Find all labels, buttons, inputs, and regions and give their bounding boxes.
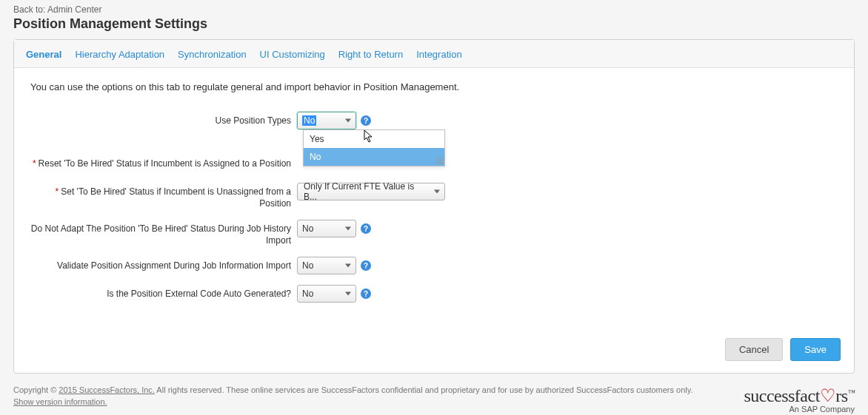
button-bar: Cancel Save (14, 329, 854, 373)
help-icon[interactable]: ? (361, 115, 371, 126)
save-button[interactable]: Save (790, 338, 841, 361)
chevron-down-icon (345, 264, 351, 268)
tab-content: You can use the options on this tab to r… (14, 68, 854, 329)
tab-integration[interactable]: Integration (415, 46, 463, 67)
help-icon[interactable]: ? (361, 223, 371, 234)
tab-right-to-return[interactable]: Right to Return (337, 46, 404, 67)
intro-text: You can use the options on this tab to r… (30, 81, 838, 92)
row-validate-assign: Validate Position Assignment During Job … (30, 257, 838, 274)
help-icon[interactable]: ? (361, 260, 371, 271)
chevron-down-icon (345, 119, 351, 123)
select-use-position-types[interactable]: No (297, 112, 356, 129)
brand-logo: successfact♡rs™ An SAP Company (744, 385, 855, 414)
label-set-tbh: *Set 'To Be Hired' Status if Incumbent i… (30, 183, 297, 209)
copyright-text: Copyright © 2015 SuccessFactors, Inc. Al… (13, 385, 692, 394)
dropdown-use-position-types: Yes No (303, 129, 445, 166)
tab-bar: General Hierarchy Adaptation Synchroniza… (14, 40, 854, 68)
tab-synchronization[interactable]: Synchronization (176, 46, 248, 67)
label-use-position-types: Use Position Types (30, 112, 297, 126)
footer: Copyright © 2015 SuccessFactors, Inc. Al… (0, 374, 868, 414)
select-do-not-adapt[interactable]: No (297, 220, 356, 237)
label-do-not-adapt: Do Not Adapt The Position 'To Be Hired' … (30, 220, 297, 246)
select-set-tbh[interactable]: Only If Current FTE Value is B... (297, 183, 445, 200)
row-set-tbh: *Set 'To Be Hired' Status if Incumbent i… (30, 183, 838, 209)
copyright-link[interactable]: 2015 SuccessFactors, Inc. (59, 385, 155, 394)
show-version-link[interactable]: Show version information. (13, 397, 107, 406)
option-yes[interactable]: Yes (304, 130, 444, 148)
cancel-button[interactable]: Cancel (725, 338, 783, 361)
select-auto-generated[interactable]: No (297, 285, 356, 303)
page-title: Position Management Settings (13, 16, 855, 32)
chevron-down-icon (345, 227, 351, 231)
row-do-not-adapt: Do Not Adapt The Position 'To Be Hired' … (30, 220, 838, 246)
chevron-down-icon (434, 190, 440, 194)
chevron-down-icon (345, 292, 351, 296)
back-link[interactable]: Back to: Admin Center (13, 4, 855, 15)
settings-panel: General Hierarchy Adaptation Synchroniza… (13, 39, 855, 374)
option-no[interactable]: No (304, 148, 444, 166)
resize-handle-icon[interactable] (435, 157, 443, 164)
help-icon[interactable]: ? (361, 289, 371, 299)
select-validate-assign[interactable]: No (297, 257, 356, 274)
row-auto-generated: Is the Position External Code Auto Gener… (30, 285, 838, 303)
tab-ui-customizing[interactable]: UI Customizing (258, 46, 327, 67)
row-use-position-types: Use Position Types No ? Yes No (30, 112, 838, 129)
label-validate-assign: Validate Position Assignment During Job … (30, 257, 297, 271)
tab-general[interactable]: General (24, 46, 63, 67)
tab-hierarchy-adaptation[interactable]: Hierarchy Adaptation (73, 46, 166, 67)
label-reset-tbh: *Reset 'To Be Hired' Status if Incumbent… (30, 155, 297, 169)
label-auto-generated: Is the Position External Code Auto Gener… (30, 285, 297, 300)
